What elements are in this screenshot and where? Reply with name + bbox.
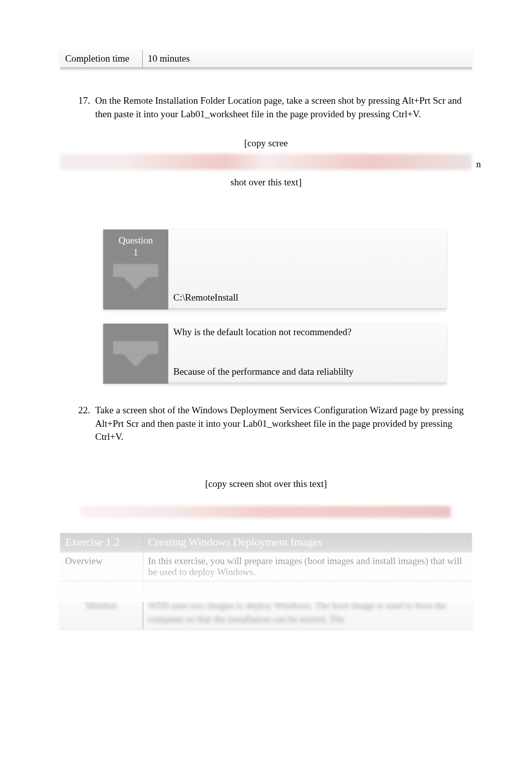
completion-time-label: Completion time — [60, 50, 143, 69]
exercise-overview-text: In this exercise, you will prepare image… — [143, 552, 472, 582]
placeholder-1-line1: [copy scree — [244, 138, 288, 148]
question-2-content: Why is the default location not recommen… — [168, 324, 446, 384]
exercise-1-2-table: Exercise 1.2 Creating Windows Deployment… — [60, 533, 472, 629]
question-1-sidebar: Question 1 — [103, 229, 168, 310]
question-1-box: Question 1 C:\RemoteInstall — [103, 229, 446, 310]
completion-time-value: 10 minutes — [143, 50, 472, 69]
step-17-number: 17. — [75, 94, 95, 121]
placeholder-1-line3: shot over this text] — [230, 170, 302, 194]
question-2-box: Why is the default location not recommen… — [103, 324, 446, 384]
question-1-label: Question 1 — [119, 234, 153, 258]
step-17-text: On the Remote Installation Folder Locati… — [95, 94, 472, 121]
placeholder-2-text: [copy screen shot over this text] — [205, 478, 327, 489]
exercise-blurred-row: Mindset WDS uses two images to deploy Wi… — [60, 596, 472, 629]
exercise-header-row: Exercise 1.2 Creating Windows Deployment… — [60, 533, 472, 552]
screenshot-placeholder-2: [copy screen shot over this text] — [60, 471, 472, 496]
step-17: 17. On the Remote Installation Folder Lo… — [75, 94, 472, 121]
exercise-blurred-label: Mindset — [60, 596, 143, 629]
exercise-empty-row — [60, 582, 472, 596]
question-1-content: C:\RemoteInstall — [168, 229, 446, 310]
exercise-title: Creating Windows Deployment Images — [143, 533, 472, 552]
step-22-number: 22. — [75, 404, 95, 444]
blurred-image-bar-1 — [60, 154, 472, 170]
exercise-overview-label: Overview — [60, 552, 143, 582]
down-arrow-icon — [113, 341, 158, 367]
screenshot-placeholder-1: [copy scree n shot over this text] — [60, 131, 472, 194]
placeholder-1-fragment: n — [476, 152, 481, 176]
completion-time-row: Completion time 10 minutes — [60, 50, 472, 69]
question-2-sidebar — [103, 324, 168, 384]
down-arrow-icon — [113, 264, 158, 290]
step-22-text: Take a screen shot of the Windows Deploy… — [95, 404, 472, 444]
step-22: 22. Take a screen shot of the Windows De… — [75, 404, 472, 444]
question-2-prompt: Why is the default location not recommen… — [173, 327, 441, 338]
question-2-answer: Because of the performance and data reli… — [173, 366, 441, 377]
question-1-label-num: 1 — [133, 247, 138, 257]
question-1-answer: C:\RemoteInstall — [173, 292, 441, 303]
exercise-number: Exercise 1.2 — [60, 533, 143, 552]
exercise-overview-row: Overview In this exercise, you will prep… — [60, 552, 472, 582]
question-1-label-word: Question — [119, 235, 153, 245]
blurred-image-bar-2 — [80, 506, 451, 518]
exercise-blurred-text: WDS uses two images to deploy Windows. T… — [143, 596, 472, 629]
